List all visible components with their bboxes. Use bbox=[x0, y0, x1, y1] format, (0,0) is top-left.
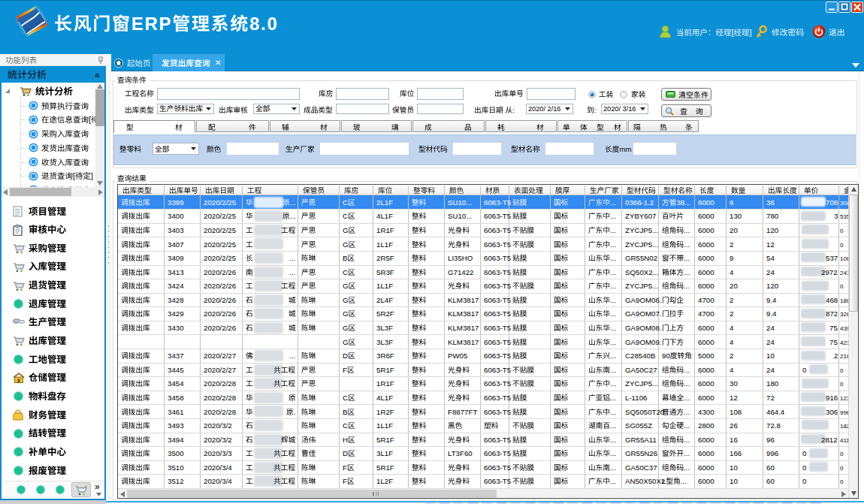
svg-text:306: 306 bbox=[826, 408, 838, 416]
svg-text:2020/2/28: 2020/2/28 bbox=[204, 394, 236, 402]
svg-text:2020/2/27: 2020/2/27 bbox=[204, 352, 236, 360]
svg-text:C: C bbox=[343, 212, 348, 220]
svg-text:LI35HO: LI35HO bbox=[448, 254, 473, 262]
svg-text:GA50C37: GA50C37 bbox=[625, 463, 657, 472]
svg-text:3: 3 bbox=[834, 212, 838, 220]
svg-text:2020/3/2: 2020/3/2 bbox=[204, 436, 232, 444]
svg-text:180: 180 bbox=[766, 379, 779, 388]
svg-text:30: 30 bbox=[730, 379, 738, 388]
svg-text:3424: 3424 bbox=[168, 282, 184, 290]
svg-text:1L2F: 1L2F bbox=[376, 477, 393, 485]
svg-text:166: 166 bbox=[730, 449, 742, 457]
svg-text:GA9OM08.: GA9OM08. bbox=[625, 324, 661, 332]
svg-text:...: ... bbox=[680, 477, 686, 485]
svg-text:»: » bbox=[95, 481, 100, 492]
svg-text:GR55N26: GR55N26 bbox=[625, 449, 657, 457]
svg-text:GA9OM06.: GA9OM06. bbox=[625, 296, 661, 304]
svg-text:4L1F: 4L1F bbox=[376, 394, 393, 402]
svg-text:0: 0 bbox=[802, 463, 807, 472]
svg-text:3399: 3399 bbox=[168, 198, 184, 207]
svg-text:0: 0 bbox=[802, 366, 807, 374]
svg-text:ZYCJP5...: ZYCJP5... bbox=[625, 379, 658, 388]
svg-text:AN50X50X2: AN50X50X2 bbox=[625, 477, 665, 485]
svg-text:4: 4 bbox=[730, 268, 734, 276]
svg-text:24: 24 bbox=[766, 366, 775, 374]
svg-text:2L4F: 2L4F bbox=[376, 296, 393, 304]
svg-text:3430: 3430 bbox=[168, 324, 184, 332]
svg-text:3428: 3428 bbox=[168, 296, 184, 304]
svg-text:72: 72 bbox=[766, 394, 775, 402]
svg-text:6000: 6000 bbox=[698, 366, 714, 374]
svg-text:2020/2/25: 2020/2/25 bbox=[204, 240, 236, 249]
svg-text:...: ... bbox=[610, 366, 616, 374]
svg-text:GA50C27: GA50C27 bbox=[625, 366, 657, 374]
svg-text:2800: 2800 bbox=[698, 421, 714, 430]
svg-text:[: [ bbox=[732, 28, 734, 37]
svg-text:36: 36 bbox=[766, 198, 775, 207]
svg-text:6063-T5: 6063-T5 bbox=[484, 296, 511, 304]
svg-text:4300: 4300 bbox=[698, 408, 714, 416]
svg-text:0: 0 bbox=[802, 449, 807, 457]
svg-text:...: ... bbox=[610, 254, 616, 262]
svg-text:3510: 3510 bbox=[168, 463, 184, 472]
svg-text:54: 54 bbox=[766, 254, 775, 262]
svg-text:C28540B: C28540B bbox=[625, 352, 655, 360]
svg-text:2020/ 3/16: 2020/ 3/16 bbox=[603, 105, 636, 113]
svg-text:...: ... bbox=[610, 324, 616, 332]
svg-text:...: ... bbox=[610, 212, 616, 220]
svg-text:L-1106: L-1106 bbox=[625, 394, 647, 402]
svg-text:6063-T5: 6063-T5 bbox=[484, 477, 511, 485]
svg-text:9.4: 9.4 bbox=[766, 296, 777, 304]
svg-text:F: F bbox=[343, 477, 347, 485]
svg-text:2020/3/3: 2020/3/3 bbox=[204, 449, 232, 457]
svg-text:6000: 6000 bbox=[698, 254, 714, 262]
svg-text:24: 24 bbox=[766, 338, 775, 346]
svg-text:5000: 5000 bbox=[698, 352, 714, 360]
svg-text:2020/3/4: 2020/3/4 bbox=[204, 477, 232, 485]
svg-text:...: ... bbox=[610, 463, 616, 472]
svg-text:PW05: PW05 bbox=[448, 352, 467, 360]
svg-text:0: 0 bbox=[840, 381, 844, 388]
svg-text:6000: 6000 bbox=[698, 477, 714, 485]
svg-text:1L1F: 1L1F bbox=[376, 282, 393, 290]
svg-text:3R6F: 3R6F bbox=[376, 352, 394, 360]
svg-text:2: 2 bbox=[730, 352, 733, 360]
svg-text:2020/2/26: 2020/2/26 bbox=[204, 296, 236, 304]
svg-text:75: 75 bbox=[829, 338, 838, 346]
svg-text:6000: 6000 bbox=[698, 268, 714, 276]
svg-text:«: « bbox=[95, 69, 100, 80]
svg-text:1R1F: 1R1F bbox=[376, 379, 394, 388]
svg-text:G: G bbox=[343, 338, 349, 346]
svg-text:4L1F: 4L1F bbox=[376, 212, 393, 220]
svg-text:...: ... bbox=[610, 477, 616, 485]
svg-text:KLM3817: KLM3817 bbox=[448, 338, 479, 346]
svg-text:2: 2 bbox=[730, 296, 733, 304]
svg-text:4700: 4700 bbox=[698, 309, 714, 318]
svg-text:537: 537 bbox=[826, 254, 838, 262]
svg-text:0: 0 bbox=[840, 283, 844, 290]
svg-text:F8877FT: F8877FT bbox=[448, 408, 477, 416]
svg-text:3500: 3500 bbox=[168, 449, 184, 457]
svg-text:...: ... bbox=[610, 394, 616, 402]
svg-text:...: ... bbox=[610, 198, 616, 207]
svg-text:5R1F: 5R1F bbox=[376, 366, 394, 374]
svg-text:9: 9 bbox=[730, 254, 733, 262]
svg-text:[: [ bbox=[73, 171, 75, 180]
svg-text:0: 0 bbox=[840, 228, 844, 234]
svg-text:...: ... bbox=[610, 379, 616, 388]
svg-text:60: 60 bbox=[766, 477, 775, 485]
svg-text:6000: 6000 bbox=[698, 436, 714, 444]
svg-text:4: 4 bbox=[730, 338, 734, 346]
svg-text:6063-T5: 6063-T5 bbox=[484, 366, 511, 374]
svg-text:2020/ 2/16: 2020/ 2/16 bbox=[528, 105, 560, 113]
svg-text:4: 4 bbox=[730, 366, 734, 374]
svg-text:...: ... bbox=[684, 366, 690, 374]
svg-text:3407: 3407 bbox=[168, 240, 184, 249]
svg-text:...: ... bbox=[684, 394, 690, 402]
svg-text:6000: 6000 bbox=[698, 449, 714, 457]
svg-text:6063-T5: 6063-T5 bbox=[484, 212, 511, 220]
svg-text:3429: 3429 bbox=[168, 309, 184, 318]
svg-text:6000: 6000 bbox=[698, 394, 714, 402]
svg-text:6063-T5: 6063-T5 bbox=[484, 463, 511, 472]
svg-text:3461: 3461 bbox=[168, 408, 184, 416]
